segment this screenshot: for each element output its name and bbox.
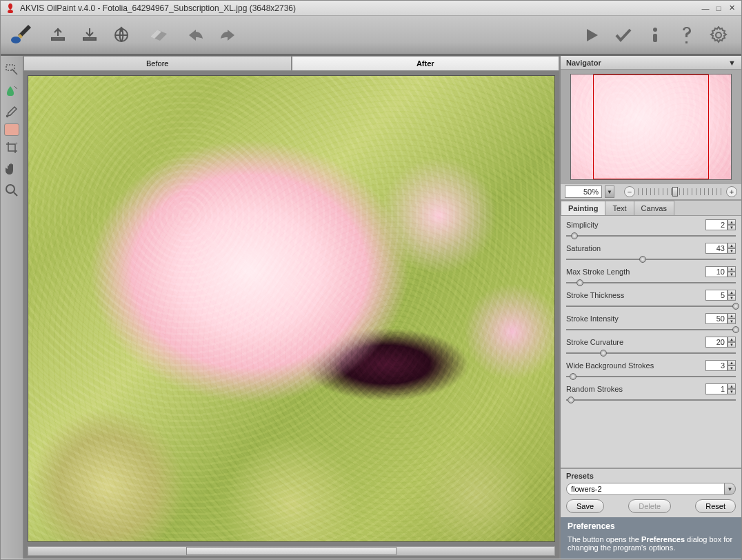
history-brush-tool[interactable] — [2, 102, 21, 121]
info-button[interactable] — [641, 21, 670, 50]
eraser-button[interactable] — [144, 21, 173, 50]
param-value[interactable]: 10 — [705, 266, 728, 277]
save-button[interactable] — [75, 21, 104, 50]
svg-point-5 — [6, 185, 14, 193]
zoom-slider[interactable] — [638, 187, 723, 197]
tab-text[interactable]: Text — [605, 201, 634, 215]
settings-tabs: Painting Text Canvas — [561, 201, 741, 216]
close-button[interactable]: ✕ — [726, 3, 737, 13]
param-simplicity: Simplicity2▲▼ — [566, 219, 736, 241]
horizontal-scrollbar[interactable] — [28, 546, 555, 556]
param-slider[interactable] — [566, 231, 736, 241]
zoom-tool[interactable] — [2, 181, 21, 200]
param-value[interactable]: 20 — [705, 337, 728, 348]
param-slider[interactable] — [566, 301, 736, 311]
param-slider[interactable] — [566, 325, 736, 334]
param-value[interactable]: 50 — [705, 313, 728, 324]
svg-point-0 — [11, 37, 21, 43]
param-value[interactable]: 3 — [705, 360, 728, 371]
param-wide-background-strokes: Wide Background Strokes3▲▼ — [566, 359, 736, 381]
param-value[interactable]: 2 — [705, 219, 728, 230]
param-slider[interactable] — [566, 348, 736, 358]
param-slider[interactable] — [566, 395, 736, 405]
smudge-tool[interactable] — [2, 81, 21, 100]
hint-title: Preferences — [568, 521, 734, 531]
redo-button[interactable] — [213, 21, 242, 50]
image-canvas[interactable] — [28, 75, 555, 542]
param-spinner[interactable]: ▲▼ — [728, 290, 736, 301]
presets-panel: Presets ▼ Save Delete Reset — [561, 468, 741, 517]
svg-rect-3 — [653, 34, 657, 42]
quick-preview-tool[interactable] — [2, 59, 21, 79]
maximize-button[interactable]: □ — [713, 3, 724, 13]
param-stroke-thickness: Stroke Thickness5▲▼ — [566, 289, 736, 311]
param-label: Stroke Curvature — [566, 338, 705, 346]
preset-save-button[interactable]: Save — [566, 499, 604, 513]
tab-after[interactable]: After — [292, 56, 560, 71]
param-value[interactable]: 43 — [705, 243, 728, 254]
preset-select[interactable] — [566, 483, 725, 495]
canvas-area: Before After — [23, 56, 559, 559]
param-spinner[interactable]: ▲▼ — [728, 243, 736, 254]
param-label: Saturation — [566, 244, 705, 252]
param-label: Simplicity — [566, 221, 705, 229]
param-slider[interactable] — [566, 372, 736, 381]
brush-logo-icon — [6, 21, 35, 50]
param-stroke-intensity: Stroke Intensity50▲▼ — [566, 312, 736, 334]
preset-delete-button[interactable]: Delete — [628, 499, 671, 513]
zoom-dropdown[interactable]: ▼ — [605, 186, 614, 198]
param-spinner[interactable]: ▲▼ — [728, 266, 736, 277]
window-title: AKVIS OilPaint v.4.0 - Fotolia_64294967_… — [20, 3, 296, 13]
param-spinner[interactable]: ▲▼ — [728, 360, 736, 371]
preset-dropdown-icon[interactable]: ▼ — [725, 483, 736, 495]
zoom-in-button[interactable]: + — [726, 186, 737, 197]
param-label: Stroke Intensity — [566, 314, 705, 323]
view-tabs: Before After — [23, 56, 559, 71]
collapse-icon: ▼ — [728, 59, 736, 67]
parameters-panel: Simplicity2▲▼Saturation43▲▼Max Stroke Le… — [561, 216, 741, 468]
open-button[interactable] — [43, 21, 72, 50]
hint-panel: Preferences The button opens the Prefere… — [561, 517, 741, 559]
param-label: Random Strokes — [566, 385, 705, 393]
zoom-out-button[interactable]: − — [624, 186, 635, 197]
param-label: Stroke Thickness — [566, 291, 705, 299]
param-label: Wide Background Strokes — [566, 361, 705, 370]
svg-rect-4 — [6, 65, 14, 70]
tab-canvas[interactable]: Canvas — [634, 201, 674, 215]
param-value[interactable]: 5 — [705, 290, 728, 301]
run-button[interactable] — [577, 21, 606, 50]
zoom-value[interactable]: 50% — [565, 186, 602, 198]
main-toolbar — [1, 16, 741, 56]
param-spinner[interactable]: ▲▼ — [728, 337, 736, 348]
title-bar: AKVIS OilPaint v.4.0 - Fotolia_64294967_… — [1, 1, 741, 16]
apply-button[interactable] — [609, 21, 638, 50]
zoom-controls: 50% ▼ − + — [561, 184, 741, 201]
tab-painting[interactable]: Painting — [561, 201, 605, 215]
color-swatch[interactable] — [4, 123, 19, 136]
preferences-button[interactable] — [704, 21, 733, 50]
export-button[interactable] — [107, 21, 136, 50]
presets-label: Presets — [566, 470, 736, 481]
right-panel: Navigator ▼ 50% ▼ − + Painting Text Canv… — [559, 56, 741, 559]
param-spinner[interactable]: ▲▼ — [728, 383, 736, 394]
navigator-header[interactable]: Navigator ▼ — [561, 56, 741, 70]
tab-before[interactable]: Before — [23, 56, 292, 71]
param-max-stroke-length: Max Stroke Length10▲▼ — [566, 266, 736, 288]
param-spinner[interactable]: ▲▼ — [728, 313, 736, 324]
preset-reset-button[interactable]: Reset — [695, 499, 736, 513]
svg-point-2 — [653, 28, 657, 32]
help-button[interactable] — [672, 21, 701, 50]
param-slider[interactable] — [566, 254, 736, 264]
minimize-button[interactable]: — — [700, 3, 711, 13]
undo-button[interactable] — [181, 21, 210, 50]
param-random-strokes: Random Strokes1▲▼ — [566, 383, 736, 405]
param-spinner[interactable]: ▲▼ — [728, 219, 736, 230]
param-slider[interactable] — [566, 278, 736, 288]
left-toolbar — [1, 56, 23, 559]
navigator-thumbnail[interactable] — [561, 70, 741, 184]
hand-tool[interactable] — [2, 159, 21, 179]
navigator-selection[interactable] — [593, 74, 708, 179]
param-value[interactable]: 1 — [705, 383, 728, 394]
app-logo-icon — [5, 3, 16, 14]
crop-tool[interactable] — [2, 138, 21, 157]
